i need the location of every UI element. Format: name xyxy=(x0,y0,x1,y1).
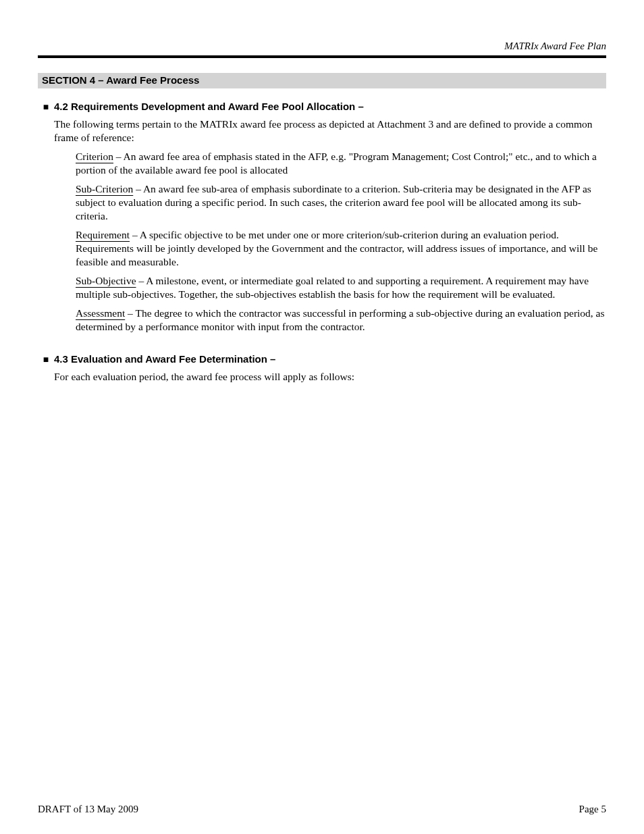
item-label: 4.2 Requirements Development and Award F… xyxy=(54,100,364,113)
definition-text: – An award fee area of emphasis stated i… xyxy=(76,151,597,176)
horizontal-rule xyxy=(38,55,606,58)
item-body: The following terms pertain to the MATRI… xyxy=(54,118,606,145)
running-head: MATRIx Award Fee Plan xyxy=(504,41,606,52)
item-label: 4.3 Evaluation and Award Fee Determinati… xyxy=(54,353,275,366)
definition-term: Requirement xyxy=(76,229,130,240)
definition-term: Sub-Criterion xyxy=(76,183,133,194)
definition-item: Criterion – An award fee area of emphasi… xyxy=(76,150,606,177)
definition-term: Criterion xyxy=(76,151,113,162)
list-item: ■ 4.3 Evaluation and Award Fee Determina… xyxy=(38,353,606,366)
definition-item: Sub-Objective – A milestone, event, or i… xyxy=(76,274,606,301)
definition-term: Assessment xyxy=(76,307,125,319)
section-heading: SECTION 4 – Award Fee Process xyxy=(42,74,199,86)
definition-text: – The degree to which the contractor was… xyxy=(76,307,605,332)
footer-right: Page 5 xyxy=(579,804,606,815)
definition-text: – An award fee sub-area of emphasis subo… xyxy=(76,183,591,221)
list-item: ■ 4.2 Requirements Development and Award… xyxy=(38,100,606,113)
body-content: ■ 4.2 Requirements Development and Award… xyxy=(38,100,606,384)
bullet-icon: ■ xyxy=(38,100,54,113)
definition-term: Sub-Objective xyxy=(76,275,136,286)
definition-text: – A milestone, event, or intermediate go… xyxy=(76,275,589,300)
definition-text: – A specific objective to be met under o… xyxy=(76,229,597,267)
section-heading-bar: SECTION 4 – Award Fee Process xyxy=(38,73,606,88)
footer-left: DRAFT of 13 May 2009 xyxy=(38,804,138,815)
definition-item: Assessment – The degree to which the con… xyxy=(76,307,606,334)
definition-item: Requirement – A specific objective to be… xyxy=(76,228,606,269)
definition-item: Sub-Criterion – An award fee sub-area of… xyxy=(76,182,606,223)
item-body: For each evaluation period, the award fe… xyxy=(54,370,606,384)
bullet-icon: ■ xyxy=(38,353,54,366)
